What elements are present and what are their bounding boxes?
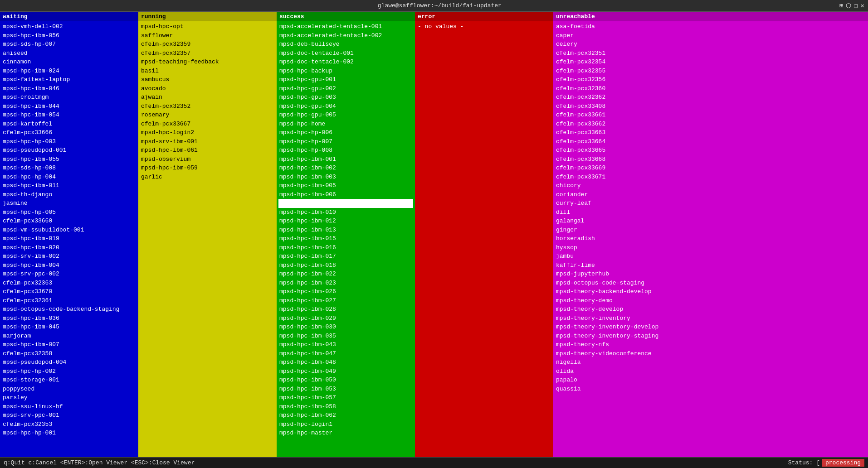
list-item[interactable]: cfelm-pcx32352	[140, 102, 275, 111]
list-item[interactable]: cfelm-pcx32354	[555, 58, 866, 67]
list-item[interactable]: mpsd-hpc-ibm-046	[2, 84, 137, 93]
list-item[interactable]: ajwain	[140, 93, 275, 102]
list-item[interactable]: cfelm-pcx33662	[555, 120, 866, 129]
list-item[interactable]: mpsd-hpc-ibm-008	[278, 199, 413, 208]
list-item[interactable]: jasmine	[2, 199, 137, 208]
list-item[interactable]: mpsd-hpc-ibm-003	[278, 173, 413, 182]
list-item[interactable]: mpsd-jupyterhub	[555, 270, 866, 279]
list-item[interactable]: mpsd-hpc-ibm-005	[278, 181, 413, 190]
panel-unreachable-body[interactable]: asa-foetidacapercelerycfelm-pcx32351cfel…	[553, 21, 868, 457]
list-item[interactable]: cfelm-pcx33660	[2, 217, 137, 226]
list-item[interactable]: poppyseed	[2, 385, 137, 394]
list-item[interactable]: mpsd-hpc-ibm-010	[278, 208, 413, 217]
list-item[interactable]: mpsd-hpc-ibm-058	[278, 402, 413, 411]
list-item[interactable]: mpsd-hpc-ibm-006	[278, 190, 413, 199]
list-item[interactable]: papalo	[555, 376, 866, 385]
list-item[interactable]: kaffir-lime	[555, 261, 866, 270]
list-item[interactable]: mpsd-hpc-ibm-004	[2, 261, 137, 270]
list-item[interactable]: mpsd-pseudopod-004	[2, 358, 137, 367]
list-item[interactable]: mpsd-vmh-dell-002	[2, 22, 137, 31]
list-item[interactable]: cfelm-pcx33664	[555, 137, 866, 146]
list-item[interactable]: mpsd-hpc-ibm-036	[2, 314, 137, 323]
list-item[interactable]: mpsd-accelerated-tentacle-001	[278, 22, 413, 31]
list-item[interactable]: chicory	[555, 181, 866, 190]
list-item[interactable]: cfelm-pcx33670	[2, 287, 137, 296]
list-item[interactable]: mpsd-hpc-ibm-047	[278, 349, 413, 358]
list-item[interactable]: mpsd-theory-inventory-develop	[555, 323, 866, 332]
list-item[interactable]: mpsd-ssu-linux-hf	[2, 402, 137, 411]
list-item[interactable]: mpsd-accelerated-tentacle-002	[278, 31, 413, 40]
list-item[interactable]: mpsd-hpc-ibm-059	[140, 164, 275, 173]
close-icon[interactable]: ✕	[861, 2, 864, 10]
list-item[interactable]: mpsd-hpc-ibm-013	[278, 226, 413, 235]
list-item[interactable]: mpsd-hpc-ibm-061	[140, 146, 275, 155]
list-item[interactable]: mpsd-hpc-ibm-018	[278, 261, 413, 270]
list-item[interactable]: mpsd-kartoffel	[2, 120, 137, 129]
list-item[interactable]: mpsd-hpc-ibm-001	[278, 155, 413, 164]
list-item[interactable]: mpsd-pseudopod-001	[2, 146, 137, 155]
list-item[interactable]: caper	[555, 31, 866, 40]
list-item[interactable]: avocado	[140, 84, 275, 93]
list-item[interactable]: celery	[555, 40, 866, 49]
list-item[interactable]: garlic	[140, 173, 275, 182]
list-item[interactable]: mpsd-hpc-ibm-027	[278, 296, 413, 305]
list-item[interactable]: mpsd-srv-ppc-002	[2, 270, 137, 279]
list-item[interactable]: mpsd-octopus-code-staging	[555, 279, 866, 288]
list-item[interactable]: cfelm-pcx33663	[555, 128, 866, 137]
list-item[interactable]: mpsd-hpc-opt	[140, 22, 275, 31]
list-item[interactable]: quassia	[555, 385, 866, 394]
list-item[interactable]: cfelm-pcx33667	[140, 120, 275, 129]
list-item[interactable]: cfelm-pcx33669	[555, 164, 866, 173]
list-item[interactable]: curry-leaf	[555, 199, 866, 208]
list-item[interactable]: hyssop	[555, 243, 866, 252]
list-item[interactable]: mpsd-hpc-login2	[140, 128, 275, 137]
maximize-icon[interactable]: ❐	[854, 2, 858, 10]
list-item[interactable]: mpsd-hpc-ibm-028	[278, 305, 413, 314]
list-item[interactable]: galangal	[555, 217, 866, 226]
list-item[interactable]: horseradish	[555, 234, 866, 243]
list-item[interactable]: mpsd-hpc-gpu-002	[278, 84, 413, 93]
list-item[interactable]: mpsd-croitmgm	[2, 93, 137, 102]
list-item[interactable]: mpsd-hpc-hp-005	[2, 208, 137, 217]
list-item[interactable]: mpsd-hpc-gpu-003	[278, 93, 413, 102]
list-item[interactable]: mpsd-hpc-ibm-048	[278, 358, 413, 367]
list-item[interactable]: mpsd-hpc-home	[278, 120, 413, 129]
list-item[interactable]: mpsd-hpc-ibm-030	[278, 323, 413, 332]
list-item[interactable]: ginger	[555, 226, 866, 235]
list-item[interactable]: mpsd-hpc-ibm-062	[278, 411, 413, 420]
list-item[interactable]: marjoram	[2, 332, 137, 341]
list-item[interactable]: mpsd-sds-hp-007	[2, 40, 137, 49]
list-item[interactable]: parsley	[2, 393, 137, 402]
list-item[interactable]: mpsd-hpc-ibm-002	[278, 164, 413, 173]
list-item[interactable]: mpsd-teaching-feedback	[140, 58, 275, 67]
list-item[interactable]: mpsd-hpc-hp-008	[278, 146, 413, 155]
titlebar-controls[interactable]: ⊞ ⬡ ❐ ✕	[839, 2, 864, 10]
list-item[interactable]: cfelm-pcx33671	[555, 173, 866, 182]
list-item[interactable]: mpsd-doc-tentacle-002	[278, 58, 413, 67]
list-item[interactable]: cfelm-pcx32351	[555, 49, 866, 58]
list-item[interactable]: cfelm-pcx33666	[2, 128, 137, 137]
minimize-icon[interactable]: ⬡	[846, 2, 851, 10]
list-item[interactable]: mpsd-hpc-ibm-045	[2, 323, 137, 332]
list-item[interactable]: coriander	[555, 190, 866, 199]
list-item[interactable]: rosemary	[140, 111, 275, 120]
list-item[interactable]: mpsd-hpc-ibm-026	[278, 287, 413, 296]
list-item[interactable]: mpsd-hpc-ibm-011	[2, 181, 137, 190]
list-item[interactable]: mpsd-srv-ibm-002	[2, 252, 137, 261]
list-item[interactable]: mpsd-vm-ssubuildbot-001	[2, 226, 137, 235]
list-item[interactable]: mpsd-hpc-ibm-049	[278, 367, 413, 376]
grid-icon[interactable]: ⊞	[839, 2, 843, 10]
list-item[interactable]: cfelm-pcx32353	[2, 420, 137, 429]
panel-success-body[interactable]: mpsd-accelerated-tentacle-001mpsd-accele…	[277, 21, 415, 457]
list-item[interactable]: jambu	[555, 252, 866, 261]
list-item[interactable]: cfelm-pcx33665	[555, 146, 866, 155]
list-item[interactable]: mpsd-hpc-ibm-023	[278, 279, 413, 288]
list-item[interactable]: mpsd-hpc-ibm-017	[278, 252, 413, 261]
list-item[interactable]: mpsd-observium	[140, 155, 275, 164]
list-item[interactable]: cfelm-pcx32359	[140, 40, 275, 49]
list-item[interactable]: mpsd-octopus-code-backend-staging	[2, 305, 137, 314]
list-item[interactable]: mpsd-theory-develop	[555, 305, 866, 314]
list-item[interactable]: cfelm-pcx32360	[555, 84, 866, 93]
list-item[interactable]: mpsd-theory-backend-develop	[555, 287, 866, 296]
list-item[interactable]: mpsd-hpc-ibm-054	[2, 111, 137, 120]
